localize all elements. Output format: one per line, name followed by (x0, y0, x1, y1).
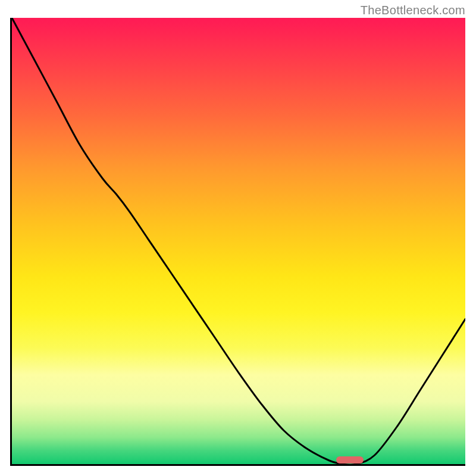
watermark-text: TheBottleneck.com (361, 4, 465, 17)
chart-axes-frame (10, 18, 465, 466)
